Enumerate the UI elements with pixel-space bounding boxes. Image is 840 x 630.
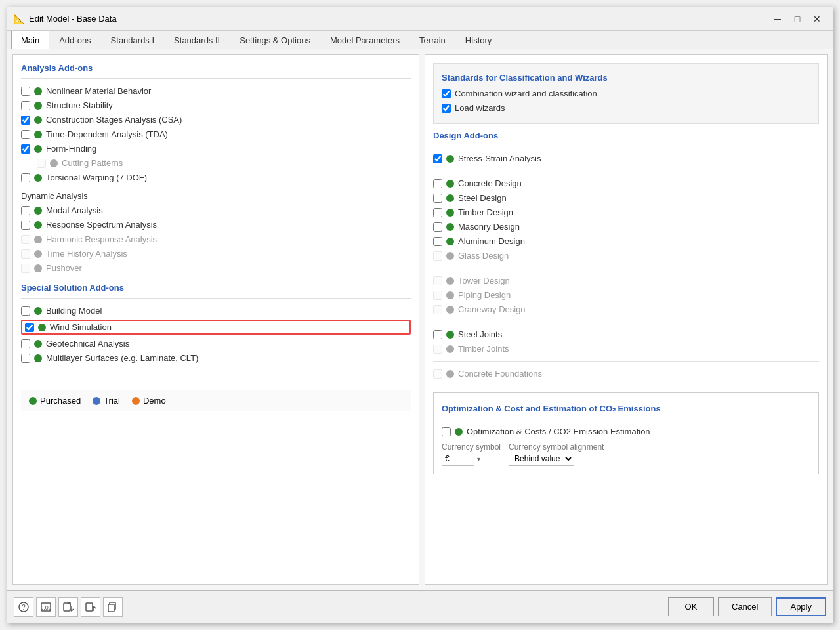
tab-model-params[interactable]: Model Parameters — [320, 31, 410, 49]
copy-button[interactable] — [103, 597, 123, 617]
wind-simulation-checkbox[interactable] — [25, 323, 34, 332]
combination-wizard-checkbox[interactable] — [442, 89, 451, 98]
craneway-design-label: Craneway Design — [458, 304, 526, 314]
aluminum-design-checkbox[interactable] — [433, 237, 442, 246]
structure-stability-checkbox[interactable] — [21, 101, 30, 110]
apply-button[interactable]: Apply — [776, 597, 826, 616]
dot-icon — [34, 354, 42, 362]
maximize-button[interactable]: □ — [788, 12, 807, 26]
currency-input[interactable] — [442, 452, 474, 466]
nonlinear-label: Nonlinear Material Behavior — [46, 86, 151, 96]
list-item: Optimization & Costs / CO2 Emission Esti… — [442, 426, 810, 437]
dot-icon — [446, 345, 454, 353]
cancel-button[interactable]: Cancel — [718, 597, 772, 616]
craneway-design-checkbox[interactable] — [433, 305, 442, 314]
info-button[interactable]: 0.00 — [36, 597, 56, 617]
list-item: Stress-Strain Analysis — [433, 153, 819, 164]
list-item: Building Model — [21, 305, 411, 316]
dot-icon — [34, 307, 42, 315]
standards-section: Standards for Classification and Wizards… — [433, 63, 819, 124]
pushover-checkbox[interactable] — [21, 264, 30, 273]
tda-checkbox[interactable] — [21, 130, 30, 139]
dot-icon — [446, 155, 454, 163]
torsional-warping-label: Torsional Warping (7 DOF) — [46, 173, 147, 182]
window-title: Edit Model - Base Data — [29, 14, 117, 24]
timber-design-checkbox[interactable] — [433, 208, 442, 217]
tower-design-checkbox[interactable] — [433, 276, 442, 285]
ok-button[interactable]: OK — [668, 597, 714, 616]
load-wizards-checkbox[interactable] — [442, 104, 451, 113]
app-icon: 📐 — [14, 14, 25, 24]
piping-design-label: Piping Design — [458, 290, 511, 300]
currency-label: Currency symbol — [442, 442, 501, 452]
list-item: Response Spectrum Analysis — [21, 219, 411, 230]
minimize-button[interactable]: ─ — [768, 12, 787, 26]
building-model-label: Building Model — [46, 306, 102, 316]
titlebar: 📐 Edit Model - Base Data ─ □ ✕ — [7, 7, 833, 31]
alignment-field-group: Currency symbol alignment Behind value B… — [509, 442, 604, 466]
list-item: Steel Joints — [433, 329, 819, 340]
response-spectrum-checkbox[interactable] — [21, 220, 30, 230]
help-button[interactable]: ? — [14, 597, 33, 617]
tab-standards2[interactable]: Standards II — [164, 31, 230, 49]
import-button[interactable] — [81, 597, 100, 617]
nonlinear-checkbox[interactable] — [21, 87, 30, 96]
modal-analysis-checkbox[interactable] — [21, 206, 30, 215]
dot-icon — [34, 221, 42, 229]
response-spectrum-label: Response Spectrum Analysis — [46, 220, 157, 230]
geotechnical-checkbox[interactable] — [21, 339, 30, 348]
tab-standards1[interactable]: Standards I — [101, 31, 165, 49]
tab-settings[interactable]: Settings & Options — [230, 31, 320, 49]
design-divider — [433, 146, 819, 146]
building-model-checkbox[interactable] — [21, 306, 30, 316]
dot-icon — [34, 250, 42, 258]
csa-checkbox[interactable] — [21, 116, 30, 125]
currency-input-group: ▾ — [442, 452, 501, 466]
stress-strain-checkbox[interactable] — [433, 154, 442, 163]
form-finding-checkbox[interactable] — [21, 144, 30, 154]
glass-design-checkbox[interactable] — [433, 251, 442, 261]
list-item: Concrete Design — [433, 178, 819, 189]
cutting-patterns-checkbox[interactable] — [37, 159, 46, 168]
tab-addons[interactable]: Add-ons — [49, 31, 100, 49]
dot-icon — [34, 145, 42, 153]
close-button[interactable]: ✕ — [808, 12, 826, 26]
form-finding-label: Form-Finding — [46, 144, 96, 154]
copy-icon — [108, 602, 118, 612]
piping-design-checkbox[interactable] — [433, 291, 442, 300]
timber-design-label: Timber Design — [458, 207, 513, 217]
torsional-warping-checkbox[interactable] — [21, 173, 30, 182]
time-history-checkbox[interactable] — [21, 249, 30, 259]
combination-wizard-label: Combination wizard and classification — [455, 89, 597, 98]
right-panel: Standards for Classification and Wizards… — [425, 54, 828, 585]
concrete-foundations-checkbox[interactable] — [433, 369, 442, 379]
dot-icon — [34, 131, 42, 138]
alignment-select[interactable]: Behind value Before value — [509, 452, 574, 466]
concrete-design-checkbox[interactable] — [433, 179, 442, 188]
dot-icon — [34, 116, 42, 124]
steel-design-checkbox[interactable] — [433, 194, 442, 203]
demo-label: Demo — [143, 396, 166, 406]
timber-joints-checkbox[interactable] — [433, 345, 442, 354]
tab-history[interactable]: History — [455, 31, 501, 49]
dot-icon — [34, 236, 42, 243]
optimization-costs-label: Optimization & Costs / CO2 Emission Esti… — [467, 427, 650, 436]
import-icon — [85, 602, 96, 612]
dot-icon — [38, 324, 46, 331]
legend-demo: Demo — [132, 396, 166, 406]
steel-joints-checkbox[interactable] — [433, 330, 442, 339]
legend-trial: Trial — [93, 396, 120, 406]
svg-text:?: ? — [22, 604, 26, 611]
optimization-costs-checkbox[interactable] — [442, 427, 451, 436]
list-item: Combination wizard and classification — [442, 88, 810, 99]
tab-terrain[interactable]: Terrain — [410, 31, 455, 49]
list-item: Pushover — [21, 262, 411, 274]
time-history-label: Time History Analysis — [46, 249, 127, 259]
multilayer-checkbox[interactable] — [21, 354, 30, 363]
list-item: Modal Analysis — [21, 205, 411, 216]
tab-main[interactable]: Main — [11, 31, 49, 49]
export-button[interactable] — [58, 597, 78, 617]
harmonic-response-checkbox[interactable] — [21, 235, 30, 244]
masonry-design-checkbox[interactable] — [433, 222, 442, 232]
separator — [433, 268, 819, 268]
